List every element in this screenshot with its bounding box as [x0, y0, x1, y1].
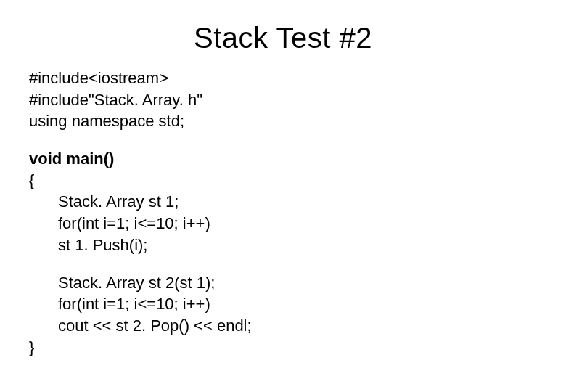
code-line: }	[29, 337, 537, 359]
code-line: Stack. Array st 1;	[29, 191, 537, 213]
code-line: void main()	[29, 148, 537, 170]
blank-line	[29, 256, 537, 272]
blank-line	[29, 132, 537, 148]
code-line: st 1. Push(i);	[29, 234, 537, 256]
code-line: #include"Stack. Array. h"	[29, 89, 537, 111]
slide-title: Stack Test #2	[29, 22, 537, 54]
code-line: #include<iostream>	[29, 68, 537, 89]
code-line: {	[29, 170, 537, 192]
code-line: for(int i=1; i<=10; i++)	[29, 293, 537, 315]
code-line: Stack. Array st 2(st 1);	[29, 272, 537, 294]
slide: Stack Test #2 #include<iostream> #includ…	[0, 0, 566, 392]
code-block: #include<iostream> #include"Stack. Array…	[29, 68, 537, 358]
code-line: cout << st 2. Pop() << endl;	[29, 315, 537, 337]
code-line: for(int i=1; i<=10; i++)	[29, 213, 537, 234]
code-line: using namespace std;	[29, 110, 537, 132]
